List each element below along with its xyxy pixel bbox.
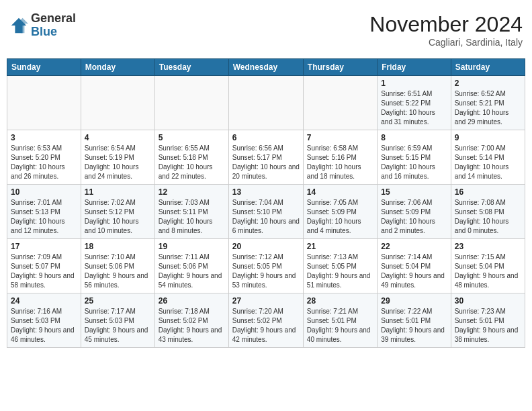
day-number: 26	[159, 296, 225, 306]
day-number: 22	[381, 242, 447, 251]
day-info: Sunrise: 7:18 AM Sunset: 5:02 PM Dayligh…	[159, 307, 225, 345]
day-number: 16	[455, 187, 521, 197]
day-number: 30	[455, 296, 521, 306]
calendar-cell	[154, 76, 228, 130]
calendar-week-row: 3Sunrise: 6:53 AM Sunset: 5:20 PM Daylig…	[7, 130, 525, 185]
calendar-cell: 9Sunrise: 7:00 AM Sunset: 5:14 PM Daylig…	[451, 130, 525, 185]
day-info: Sunrise: 6:58 AM Sunset: 5:16 PM Dayligh…	[307, 144, 373, 181]
day-number: 27	[232, 296, 300, 306]
day-number: 8	[381, 133, 447, 142]
calendar-cell: 28Sunrise: 7:21 AM Sunset: 5:01 PM Dayli…	[303, 293, 377, 348]
calendar-cell: 24Sunrise: 7:16 AM Sunset: 5:03 PM Dayli…	[7, 293, 81, 348]
calendar-header-saturday: Saturday	[451, 59, 525, 76]
calendar-cell: 10Sunrise: 7:01 AM Sunset: 5:13 PM Dayli…	[7, 185, 81, 239]
day-info: Sunrise: 7:13 AM Sunset: 5:05 PM Dayligh…	[307, 253, 373, 290]
calendar-week-row: 17Sunrise: 7:09 AM Sunset: 5:07 PM Dayli…	[7, 239, 525, 293]
day-number: 13	[232, 187, 300, 197]
calendar-header-sunday: Sunday	[7, 59, 81, 76]
day-info: Sunrise: 6:53 AM Sunset: 5:20 PM Dayligh…	[11, 144, 77, 181]
day-number: 9	[455, 133, 521, 142]
day-info: Sunrise: 7:05 AM Sunset: 5:09 PM Dayligh…	[307, 198, 373, 236]
calendar-header-tuesday: Tuesday	[154, 59, 228, 76]
calendar-week-row: 24Sunrise: 7:16 AM Sunset: 5:03 PM Dayli…	[7, 293, 525, 348]
calendar-cell	[81, 76, 154, 130]
day-info: Sunrise: 6:51 AM Sunset: 5:22 PM Dayligh…	[381, 89, 447, 127]
calendar-cell: 2Sunrise: 6:52 AM Sunset: 5:21 PM Daylig…	[451, 76, 525, 130]
calendar-cell: 22Sunrise: 7:14 AM Sunset: 5:04 PM Dayli…	[378, 239, 451, 293]
calendar-cell: 6Sunrise: 6:56 AM Sunset: 5:17 PM Daylig…	[228, 130, 303, 185]
title-block: November 2024 Cagliari, Sardinia, Italy	[369, 12, 523, 48]
calendar-cell: 18Sunrise: 7:10 AM Sunset: 5:06 PM Dayli…	[81, 239, 154, 293]
calendar-cell	[7, 76, 81, 130]
day-info: Sunrise: 6:55 AM Sunset: 5:18 PM Dayligh…	[159, 144, 225, 181]
day-number: 14	[307, 187, 373, 197]
day-number: 1	[381, 79, 447, 88]
logo-blue-label: Blue	[31, 26, 76, 39]
location-subtitle: Cagliari, Sardinia, Italy	[369, 37, 523, 48]
day-number: 5	[159, 133, 225, 142]
calendar-cell: 29Sunrise: 7:22 AM Sunset: 5:01 PM Dayli…	[378, 293, 451, 348]
calendar-header-friday: Friday	[378, 59, 451, 76]
day-info: Sunrise: 7:09 AM Sunset: 5:07 PM Dayligh…	[11, 253, 77, 290]
day-info: Sunrise: 6:59 AM Sunset: 5:15 PM Dayligh…	[381, 144, 447, 181]
day-info: Sunrise: 7:17 AM Sunset: 5:03 PM Dayligh…	[85, 307, 151, 345]
calendar-cell	[303, 76, 377, 130]
calendar-cell: 27Sunrise: 7:20 AM Sunset: 5:02 PM Dayli…	[228, 293, 303, 348]
day-number: 23	[455, 242, 521, 251]
day-info: Sunrise: 7:01 AM Sunset: 5:13 PM Dayligh…	[11, 198, 77, 236]
calendar-week-row: 1Sunrise: 6:51 AM Sunset: 5:22 PM Daylig…	[7, 76, 525, 130]
calendar-cell: 13Sunrise: 7:04 AM Sunset: 5:10 PM Dayli…	[228, 185, 303, 239]
day-number: 15	[381, 187, 447, 197]
calendar-cell: 21Sunrise: 7:13 AM Sunset: 5:05 PM Dayli…	[303, 239, 377, 293]
calendar-cell: 7Sunrise: 6:58 AM Sunset: 5:16 PM Daylig…	[303, 130, 377, 185]
day-number: 20	[232, 242, 300, 251]
calendar-header-wednesday: Wednesday	[228, 59, 303, 76]
calendar-table: SundayMondayTuesdayWednesdayThursdayFrid…	[7, 58, 525, 348]
day-number: 6	[232, 133, 300, 142]
calendar-cell	[228, 76, 303, 130]
day-number: 19	[159, 242, 225, 251]
day-number: 21	[307, 242, 373, 251]
day-info: Sunrise: 6:52 AM Sunset: 5:21 PM Dayligh…	[455, 89, 521, 127]
calendar-header-monday: Monday	[81, 59, 154, 76]
day-info: Sunrise: 7:15 AM Sunset: 5:04 PM Dayligh…	[455, 253, 521, 290]
day-number: 4	[85, 133, 151, 142]
day-info: Sunrise: 7:21 AM Sunset: 5:01 PM Dayligh…	[307, 307, 373, 345]
calendar-cell: 4Sunrise: 6:54 AM Sunset: 5:19 PM Daylig…	[81, 130, 154, 185]
day-info: Sunrise: 7:22 AM Sunset: 5:01 PM Dayligh…	[381, 307, 447, 345]
day-info: Sunrise: 7:02 AM Sunset: 5:12 PM Dayligh…	[85, 198, 151, 236]
day-number: 29	[381, 296, 447, 306]
calendar-week-row: 10Sunrise: 7:01 AM Sunset: 5:13 PM Dayli…	[7, 185, 525, 239]
calendar-cell: 25Sunrise: 7:17 AM Sunset: 5:03 PM Dayli…	[81, 293, 154, 348]
calendar-cell: 3Sunrise: 6:53 AM Sunset: 5:20 PM Daylig…	[7, 130, 81, 185]
day-info: Sunrise: 7:06 AM Sunset: 5:09 PM Dayligh…	[381, 198, 447, 236]
day-info: Sunrise: 7:00 AM Sunset: 5:14 PM Dayligh…	[455, 144, 521, 181]
calendar-cell: 19Sunrise: 7:11 AM Sunset: 5:06 PM Dayli…	[154, 239, 228, 293]
day-number: 18	[85, 242, 151, 251]
page-header: General Blue November 2024 Cagliari, Sar…	[7, 7, 525, 53]
logo-general-label: General	[31, 12, 76, 26]
calendar-cell: 12Sunrise: 7:03 AM Sunset: 5:11 PM Dayli…	[154, 185, 228, 239]
day-number: 25	[85, 296, 151, 306]
calendar-cell: 20Sunrise: 7:12 AM Sunset: 5:05 PM Dayli…	[228, 239, 303, 293]
calendar-cell: 26Sunrise: 7:18 AM Sunset: 5:02 PM Dayli…	[154, 293, 228, 348]
calendar-cell: 14Sunrise: 7:05 AM Sunset: 5:09 PM Dayli…	[303, 185, 377, 239]
day-info: Sunrise: 7:16 AM Sunset: 5:03 PM Dayligh…	[11, 307, 77, 345]
calendar-cell: 1Sunrise: 6:51 AM Sunset: 5:22 PM Daylig…	[378, 76, 451, 130]
day-number: 17	[11, 242, 77, 251]
day-number: 11	[85, 187, 151, 197]
day-info: Sunrise: 7:14 AM Sunset: 5:04 PM Dayligh…	[381, 253, 447, 290]
day-info: Sunrise: 7:04 AM Sunset: 5:10 PM Dayligh…	[232, 198, 300, 236]
calendar-header-row: SundayMondayTuesdayWednesdayThursdayFrid…	[7, 59, 525, 76]
day-number: 10	[11, 187, 77, 197]
day-info: Sunrise: 7:03 AM Sunset: 5:11 PM Dayligh…	[159, 198, 225, 236]
day-number: 24	[11, 296, 77, 306]
calendar-cell: 16Sunrise: 7:08 AM Sunset: 5:08 PM Dayli…	[451, 185, 525, 239]
calendar-cell: 17Sunrise: 7:09 AM Sunset: 5:07 PM Dayli…	[7, 239, 81, 293]
calendar-cell: 23Sunrise: 7:15 AM Sunset: 5:04 PM Dayli…	[451, 239, 525, 293]
day-number: 7	[307, 133, 373, 142]
calendar-cell: 30Sunrise: 7:23 AM Sunset: 5:01 PM Dayli…	[451, 293, 525, 348]
day-info: Sunrise: 7:23 AM Sunset: 5:01 PM Dayligh…	[455, 307, 521, 345]
calendar-cell: 8Sunrise: 6:59 AM Sunset: 5:15 PM Daylig…	[378, 130, 451, 185]
day-number: 3	[11, 133, 77, 142]
